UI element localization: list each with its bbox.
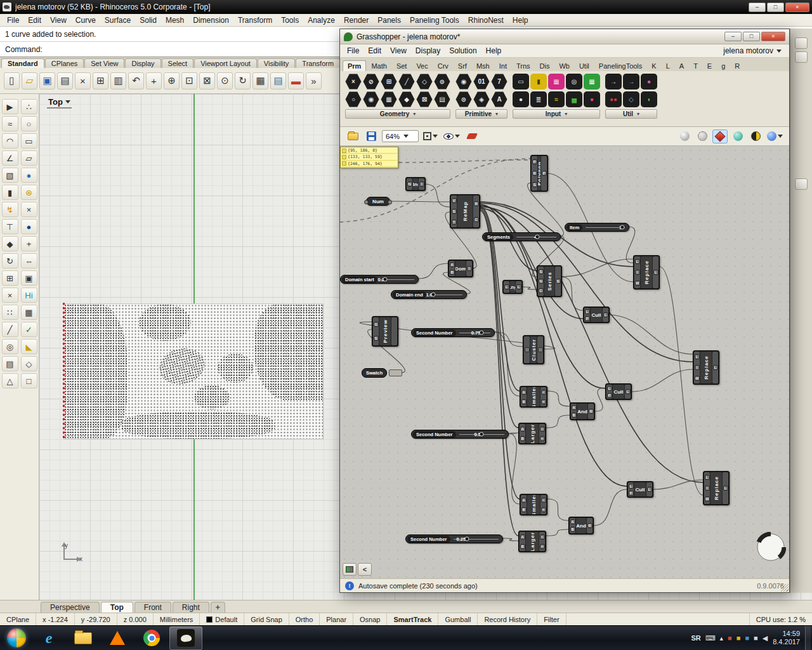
viewport-tab-top[interactable]: Top <box>101 602 133 613</box>
smaller-node-1[interactable]: ABSmaller<= <box>520 386 547 408</box>
rotate-tool-icon[interactable]: ↻ <box>2 253 18 269</box>
colour-param-icon[interactable]: ◉ <box>455 74 472 90</box>
new-viewport-tab-button[interactable]: + <box>211 602 225 613</box>
status-toggle-osnap[interactable]: Osnap <box>353 613 387 625</box>
status-toggle-planar[interactable]: Planar <box>320 613 353 625</box>
heightfield-tool-icon[interactable]: Hi <box>21 288 37 303</box>
gh-menu-edit[interactable]: Edit <box>363 45 386 56</box>
slider-input-icon[interactable]: ▮ <box>530 74 547 90</box>
panel-input-icon[interactable]: ≣ <box>530 91 547 107</box>
slider-handle[interactable] <box>431 293 436 297</box>
vector-param-icon[interactable]: ⊙ <box>434 74 450 90</box>
new-file-icon[interactable]: ▯ <box>4 72 20 90</box>
slider-handle[interactable] <box>535 235 539 239</box>
print-icon[interactable]: ▤ <box>57 72 73 90</box>
status-toggle-filter[interactable]: Filter <box>537 613 566 625</box>
slider-track[interactable]: 4 <box>516 233 556 241</box>
check-tool-icon[interactable]: ✓ <box>21 322 37 337</box>
triangle-tool-icon[interactable]: △ <box>2 373 18 388</box>
box-tool-icon[interactable]: ▧ <box>2 168 18 183</box>
replace-node-2[interactable]: LIWReplaceL <box>693 350 719 385</box>
rhino-menu-tools[interactable]: Tools <box>277 15 303 26</box>
gh-tab-g[interactable]: g <box>717 61 730 71</box>
swatch-node[interactable]: Swatch <box>362 368 402 378</box>
status-toggle-smarttrack[interactable]: SmartTrack <box>387 613 438 625</box>
slider-handle[interactable] <box>383 277 388 282</box>
status-toggle-ortho[interactable]: Ortho <box>289 613 320 625</box>
toolbox-collapse-button[interactable]: < <box>358 563 372 576</box>
gh-tab-util[interactable]: Util <box>575 61 594 71</box>
layer-pane[interactable]: Default <box>200 613 244 625</box>
panel-button[interactable] <box>795 37 808 49</box>
cull-node-1[interactable]: LPCullL <box>583 307 610 323</box>
cluster-node[interactable]: Cluster <box>523 335 544 364</box>
toolbar-tab-select[interactable]: Select <box>162 58 194 68</box>
gh-tab-prm[interactable]: Prm <box>343 60 366 71</box>
guid-param-icon[interactable]: ◈ <box>473 91 490 107</box>
graph-mapper-input-icon[interactable]: ≈ <box>548 91 565 107</box>
gh-menu-display[interactable]: Display <box>411 45 445 56</box>
gh-tab-r[interactable]: R <box>730 61 744 71</box>
domain-start-slider[interactable]: Domain start0.2 <box>340 275 419 284</box>
trim-tool-icon[interactable]: × <box>2 288 18 303</box>
panel-node[interactable]: {95, 186, 0}{133, 133, 59}{246, 176, 94} <box>340 147 398 168</box>
zoom-icon[interactable]: ⊕ <box>164 72 180 90</box>
panel-collapse-button[interactable] <box>795 178 808 190</box>
gh-tab-int[interactable]: Int <box>495 61 511 71</box>
shaded-preview-button[interactable] <box>712 129 728 143</box>
geometry-param-icon[interactable]: × <box>345 74 362 90</box>
keyboard-icon[interactable]: ⌨ <box>705 634 716 642</box>
rotate-view-icon[interactable]: ↻ <box>235 72 251 90</box>
zoom-selected-icon[interactable]: ⊙ <box>217 72 233 90</box>
rhino-menu-rhinonest[interactable]: RhinoNest <box>464 15 508 26</box>
gh-tab-math[interactable]: Math <box>367 61 391 71</box>
coordinate-y[interactable]: y -29.720 <box>75 613 117 625</box>
toolbar-tab-standard[interactable]: Standard <box>1 58 44 68</box>
surface-param-icon[interactable]: ⊞ <box>381 74 397 90</box>
arc-tool-icon[interactable]: ◠ <box>2 133 18 149</box>
maximize-button[interactable]: □ <box>767 3 784 12</box>
gh-tab-a[interactable]: A <box>675 61 688 71</box>
status-toggle-gumball[interactable]: Gumball <box>438 613 478 625</box>
second-number-slider-05[interactable]: Second Number0.5 <box>411 430 509 439</box>
minimize-button[interactable]: – <box>749 3 766 12</box>
rhino-menu-dimension[interactable]: Dimension <box>188 15 233 26</box>
zoom-window-icon[interactable]: ⊡ <box>181 72 197 90</box>
panel-button[interactable] <box>795 51 808 63</box>
selected-curve-control-points[interactable] <box>63 303 65 440</box>
pear-util-icon[interactable]: ◗ <box>641 91 657 107</box>
and-node-1[interactable]: ABAndR <box>570 402 595 420</box>
cull-node-3[interactable]: LPCullL <box>627 481 653 498</box>
rhino-menu-transform[interactable]: Transform <box>233 15 277 26</box>
cluster-util-icon[interactable]: ◇ <box>623 91 639 107</box>
gh-close-button[interactable]: × <box>761 32 785 41</box>
cut-tool-icon[interactable]: × <box>21 202 37 217</box>
toggle-input-icon[interactable]: ● <box>513 91 529 107</box>
gh-menu-file[interactable]: File <box>343 45 363 56</box>
rhino-menu-analyze[interactable]: Analyze <box>303 15 339 26</box>
gh-tab-k[interactable]: K <box>647 61 660 71</box>
series-node[interactable]: SNCSeriesS <box>537 265 562 297</box>
gh-tab-trns[interactable]: Trns <box>512 61 535 71</box>
save-icon[interactable]: ▣ <box>39 72 55 90</box>
canvas-widget-button[interactable] <box>343 563 357 576</box>
boolean-param-icon[interactable]: ⊙ <box>455 91 472 107</box>
slider-handle[interactable] <box>464 537 469 541</box>
tray-yellow-icon[interactable]: ■ <box>737 634 741 642</box>
viewport-title-menu[interactable]: Top <box>47 97 72 109</box>
gh-tab-set[interactable]: Set <box>392 61 412 71</box>
binary-param-icon[interactable]: 01 <box>473 74 490 90</box>
open-file-icon[interactable]: ▱ <box>22 72 37 90</box>
second-number-slider-075[interactable]: Second Number0.75 <box>411 328 495 337</box>
pen-tool-icon[interactable]: ╱ <box>2 322 18 337</box>
rhino-menu-solid[interactable]: Solid <box>135 15 161 26</box>
viewport-tab-front[interactable]: Front <box>134 602 171 613</box>
cut-icon[interactable]: × <box>75 72 91 90</box>
gh-open-button[interactable] <box>345 129 360 143</box>
internet-explorer-icon[interactable]: e <box>32 627 65 650</box>
dark-sphere-tool-icon[interactable]: ● <box>21 219 37 234</box>
slider-track[interactable]: 0.2 <box>381 275 414 283</box>
toolbar-tab-display[interactable]: Display <box>125 58 160 68</box>
gh-tab-l[interactable]: L <box>662 61 674 71</box>
preview-colour-button[interactable] <box>766 129 784 143</box>
